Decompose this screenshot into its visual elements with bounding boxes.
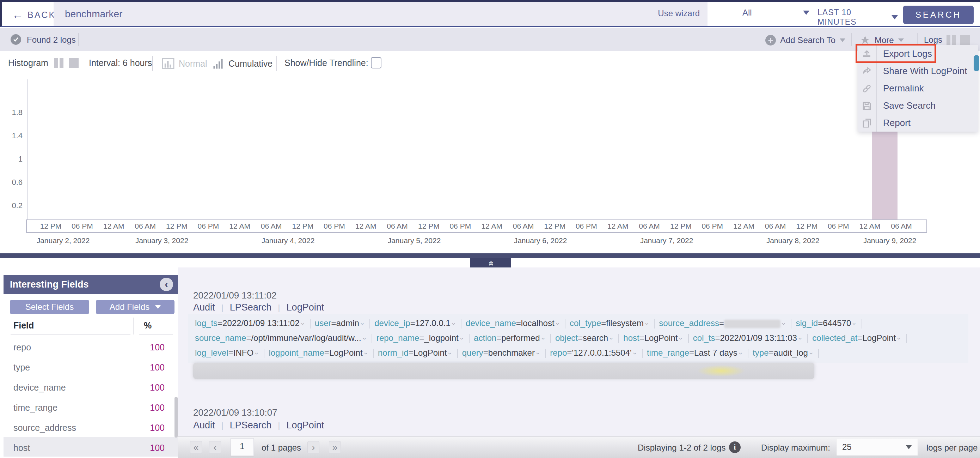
menu-item-save-search[interactable]: Save Search [858,97,978,114]
x-axis-tick-label: 06 AM [639,222,660,230]
search-button[interactable]: SEARCH [903,6,974,24]
menu-item-share-with-logpoint[interactable]: Share With LogPoint [858,62,978,80]
split-view-icon[interactable] [947,35,956,45]
field-row-device-name[interactable]: device_name [13,383,66,393]
x-axis-band: 12 PM06 PM12 AM06 AM12 PM06 PM12 AM06 AM… [26,219,927,233]
x-axis-tick-label: 06 PM [828,222,849,230]
log-source-link[interactable]: LogPoint [286,420,324,431]
select-fields-button[interactable]: Select Fields [10,300,89,314]
menu-item-export-logs[interactable]: Export Logs [858,45,978,62]
chevron-down-icon: › [640,323,654,325]
log-field-tag-log-ts[interactable]: log_ts=2022/01/09 13:11:02› [195,318,305,328]
logs-view-group: Logs [924,35,970,45]
x-axis-tick-label: 12 PM [796,222,818,230]
y-axis-tick-label: 1 [3,155,22,164]
field-row-repo[interactable]: repo [13,342,31,353]
menu-item-permalink[interactable]: Permalink [858,80,978,97]
field-row-host[interactable]: host [13,443,30,453]
log-field-tag-host[interactable]: host=LogPoint› [623,333,684,343]
chevron-down-icon [840,38,845,42]
log-source-link[interactable]: LPSearch [230,420,272,431]
trendline-checkbox[interactable] [371,57,382,69]
column-header-field: Field [13,321,34,330]
log-field-tag-query[interactable]: query=benchmaker› [462,348,541,357]
log-source-link[interactable]: Audit [193,420,215,431]
next-page-button[interactable]: › [307,441,320,454]
prev-page-button[interactable]: ‹ [209,441,221,454]
more-label: More [875,35,894,45]
x-axis-date-label: January 9, 2022 [863,236,916,245]
add-search-to-button[interactable]: + Add Search To [765,35,845,46]
log-field-tag-repo[interactable]: repo='127.0.0.1:5504'› [550,348,638,357]
time-range-dropdown[interactable]: LAST 10 MINUTES [818,8,898,27]
log-field-tag-time-range[interactable]: time_range=Last 7 days› [647,348,743,357]
log-field-tag-user[interactable]: user=admin› [315,318,365,328]
panel-scrollbar-thumb[interactable] [175,397,178,437]
chevron-down-icon: › [794,338,808,340]
log-field-tag-object[interactable]: object=search› [555,333,614,343]
field-row-type[interactable]: type [13,362,30,373]
add-fields-button[interactable]: Add Fields [96,300,175,314]
x-axis-date-label: January 6, 2022 [514,236,567,245]
search-query-input[interactable]: benchmarker Use wizard [54,2,708,26]
log-field-tag-source-name[interactable]: source_name=/opt/immune/var/log/audit/w.… [195,333,368,343]
divider [11,335,130,335]
time-range-value: LAST 10 MINUTES [818,8,891,27]
x-axis-tick-label: 12 PM [166,222,188,230]
log-field-tag-norm-id[interactable]: norm_id=LogPoint› [378,348,453,357]
collapse-panel-button[interactable]: ‹ [160,278,173,291]
log-source-link[interactable]: Audit [193,302,215,313]
divider [78,33,79,46]
log-field-tag-action[interactable]: action=performed› [474,333,546,343]
repo-scope-dropdown[interactable]: All [742,8,810,18]
use-wizard-link[interactable]: Use wizard [658,8,700,18]
menu-item-report[interactable]: Report [858,114,978,132]
search-toolbar: Found 2 logs + Add Search To More Logs [0,28,980,51]
last-page-button[interactable]: » [329,441,341,454]
histogram-full-view-icon[interactable] [69,58,79,68]
histogram-controls: Histogram Interval: 6 hours Normal Cumul… [0,53,980,74]
normal-mode-toggle[interactable]: Normal [162,58,207,69]
log-field-tag-type[interactable]: type=audit_log› [752,348,814,357]
log-field-tag-device-name[interactable]: device_name=localhost› [466,318,560,328]
log-field-tag-logpoint-name[interactable]: logpoint_name=LogPoint› [269,348,369,357]
log-timestamp: 2022/01/09 13:11:02 [193,290,277,301]
report-icon [858,114,877,132]
log-field-tag-collected-at[interactable]: collected_at=LogPoint› [812,333,902,343]
back-button[interactable]: ← BACK [12,8,56,22]
y-axis-line [27,80,27,219]
log-source-link[interactable]: LPSearch [230,302,272,313]
chevron-down-icon: › [605,338,619,340]
histogram-split-view-icon[interactable] [54,58,64,68]
page-number-input[interactable]: 1 [231,438,254,456]
display-maximum-select[interactable]: 25 [837,439,918,456]
field-percent: 100 [150,443,165,453]
chevron-down-icon: › [892,338,906,340]
info-icon[interactable]: i [729,441,741,453]
full-view-icon[interactable] [960,35,970,45]
log-source-link[interactable]: LogPoint [286,302,324,313]
field-row-source-address[interactable]: source_address [13,423,76,433]
display-maximum-label: Display maximum: [761,443,830,453]
log-field-tag-repo-name[interactable]: repo_name=_logpoint› [377,333,465,343]
cumulative-mode-toggle[interactable]: Cumulative [213,58,272,69]
log-field-tag-source-address[interactable]: source_address=› [659,318,786,328]
x-axis-tick-label: 06 AM [261,222,282,230]
first-page-button[interactable]: « [190,441,202,454]
log-field-tag-col-type[interactable]: col_type=filesystem› [570,318,650,328]
divider [917,33,918,46]
chevron-down-icon: › [734,353,748,354]
log-results: 2022/01/09 13:11:02Audit|LPSearch|LogPoi… [178,268,980,436]
repo-scope-value: All [742,8,752,18]
log-field-tag-device-ip[interactable]: device_ip=127.0.0.1› [374,318,457,328]
x-axis-tick-label: 12 PM [670,222,692,230]
log-field-tag-col-ts[interactable]: col_ts=2022/01/09 13:11:03› [693,333,803,343]
interesting-fields-header: Interesting Fields ‹ [3,275,178,294]
log-field-tag-log-level[interactable]: log_level=INFO› [195,348,259,357]
page-scrollbar-thumb[interactable] [974,55,979,71]
more-button[interactable]: More [860,35,904,45]
field-row-time-range[interactable]: time_range [13,402,57,413]
log-field-tag-sig-id[interactable]: sig_id=644570› [795,318,857,328]
chevron-down-icon: › [455,338,469,340]
x-axis-tick-label: 06 AM [513,222,534,230]
